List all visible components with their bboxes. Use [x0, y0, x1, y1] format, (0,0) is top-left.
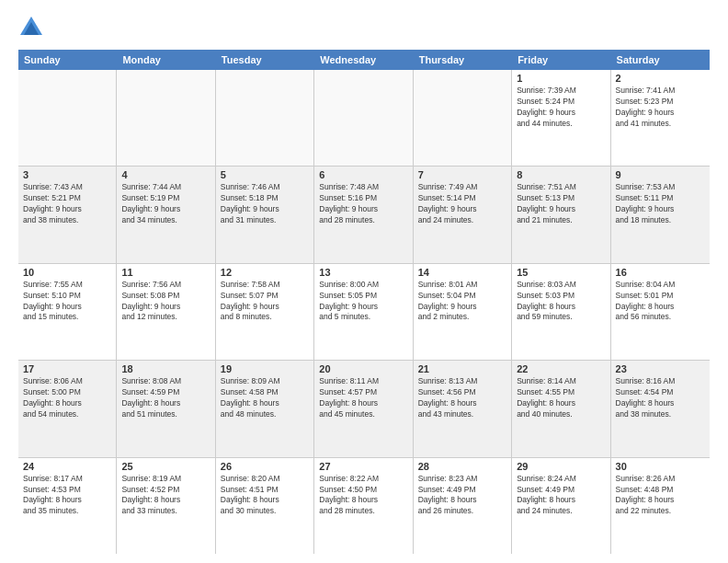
cal-cell-empty-0-4 — [414, 70, 512, 166]
logo-icon — [18, 15, 44, 40]
header-day-saturday: Saturday — [611, 50, 710, 70]
day-number: 13 — [319, 267, 407, 278]
header — [18, 15, 710, 40]
page: SundayMondayTuesdayWednesdayThursdayFrid… — [0, 0, 728, 563]
day-info: Sunrise: 8:11 AMSunset: 4:57 PMDaylight:… — [319, 376, 407, 420]
day-info: Sunrise: 7:49 AMSunset: 5:14 PMDaylight:… — [418, 182, 506, 226]
day-number: 1 — [517, 73, 605, 84]
header-day-friday: Friday — [512, 50, 610, 70]
day-number: 10 — [23, 267, 111, 278]
day-number: 28 — [418, 461, 506, 472]
cal-cell-22: 22Sunrise: 8:14 AMSunset: 4:55 PMDayligh… — [512, 361, 610, 456]
day-info: Sunrise: 8:17 AMSunset: 4:53 PMDaylight:… — [23, 474, 111, 518]
cal-cell-16: 16Sunrise: 8:04 AMSunset: 5:01 PMDayligh… — [611, 264, 710, 360]
day-number: 29 — [517, 461, 605, 472]
calendar-row-4: 24Sunrise: 8:17 AMSunset: 4:53 PMDayligh… — [18, 458, 710, 554]
cal-cell-30: 30Sunrise: 8:26 AMSunset: 4:48 PMDayligh… — [611, 458, 710, 554]
cal-cell-21: 21Sunrise: 8:13 AMSunset: 4:56 PMDayligh… — [414, 361, 512, 456]
day-number: 5 — [221, 169, 309, 180]
header-day-sunday: Sunday — [18, 50, 117, 70]
day-info: Sunrise: 7:58 AMSunset: 5:07 PMDaylight:… — [221, 280, 309, 324]
day-number: 11 — [121, 267, 210, 278]
header-day-tuesday: Tuesday — [216, 50, 314, 70]
day-info: Sunrise: 7:44 AMSunset: 5:19 PMDaylight:… — [121, 182, 210, 226]
day-info: Sunrise: 8:03 AMSunset: 5:03 PMDaylight:… — [517, 280, 605, 324]
day-info: Sunrise: 8:09 AMSunset: 4:58 PMDaylight:… — [221, 376, 309, 420]
cal-cell-19: 19Sunrise: 8:09 AMSunset: 4:58 PMDayligh… — [216, 361, 314, 456]
cal-cell-4: 4Sunrise: 7:44 AMSunset: 5:19 PMDaylight… — [117, 167, 215, 262]
day-number: 7 — [418, 169, 506, 180]
day-info: Sunrise: 8:14 AMSunset: 4:55 PMDaylight:… — [517, 376, 605, 420]
cal-cell-1: 1Sunrise: 7:39 AMSunset: 5:24 PMDaylight… — [512, 70, 610, 166]
day-info: Sunrise: 7:41 AMSunset: 5:23 PMDaylight:… — [616, 86, 705, 130]
cal-cell-2: 2Sunrise: 7:41 AMSunset: 5:23 PMDaylight… — [611, 70, 710, 166]
calendar-row-0: 1Sunrise: 7:39 AMSunset: 5:24 PMDaylight… — [18, 70, 710, 167]
day-number: 6 — [319, 169, 407, 180]
cal-cell-11: 11Sunrise: 7:56 AMSunset: 5:08 PMDayligh… — [117, 264, 215, 360]
day-number: 18 — [121, 363, 210, 374]
header-day-thursday: Thursday — [414, 50, 512, 70]
cal-cell-17: 17Sunrise: 8:06 AMSunset: 5:00 PMDayligh… — [18, 361, 117, 456]
day-info: Sunrise: 8:26 AMSunset: 4:48 PMDaylight:… — [616, 474, 705, 518]
day-info: Sunrise: 8:13 AMSunset: 4:56 PMDaylight:… — [418, 376, 506, 420]
cal-cell-empty-0-3 — [314, 70, 413, 166]
day-number: 30 — [616, 461, 705, 472]
day-number: 4 — [121, 169, 210, 180]
cal-cell-25: 25Sunrise: 8:19 AMSunset: 4:52 PMDayligh… — [117, 458, 215, 554]
cal-cell-24: 24Sunrise: 8:17 AMSunset: 4:53 PMDayligh… — [18, 458, 117, 554]
calendar-row-3: 17Sunrise: 8:06 AMSunset: 5:00 PMDayligh… — [18, 361, 710, 457]
day-number: 3 — [23, 169, 111, 180]
day-info: Sunrise: 7:53 AMSunset: 5:11 PMDaylight:… — [616, 182, 705, 226]
cal-cell-12: 12Sunrise: 7:58 AMSunset: 5:07 PMDayligh… — [216, 264, 314, 360]
day-info: Sunrise: 7:43 AMSunset: 5:21 PMDaylight:… — [23, 182, 111, 226]
cal-cell-15: 15Sunrise: 8:03 AMSunset: 5:03 PMDayligh… — [512, 264, 610, 360]
cal-cell-empty-0-2 — [216, 70, 314, 166]
cal-cell-8: 8Sunrise: 7:51 AMSunset: 5:13 PMDaylight… — [512, 167, 610, 262]
day-number: 22 — [517, 363, 605, 374]
calendar-header: SundayMondayTuesdayWednesdayThursdayFrid… — [18, 50, 710, 70]
day-number: 12 — [221, 267, 309, 278]
day-info: Sunrise: 7:55 AMSunset: 5:10 PMDaylight:… — [23, 280, 111, 324]
day-number: 19 — [221, 363, 309, 374]
cal-cell-13: 13Sunrise: 8:00 AMSunset: 5:05 PMDayligh… — [314, 264, 413, 360]
day-number: 15 — [517, 267, 605, 278]
cal-cell-29: 29Sunrise: 8:24 AMSunset: 4:49 PMDayligh… — [512, 458, 610, 554]
calendar: SundayMondayTuesdayWednesdayThursdayFrid… — [18, 50, 710, 554]
day-info: Sunrise: 8:22 AMSunset: 4:50 PMDaylight:… — [319, 474, 407, 518]
day-number: 14 — [418, 267, 506, 278]
header-day-wednesday: Wednesday — [314, 50, 413, 70]
day-number: 8 — [517, 169, 605, 180]
day-info: Sunrise: 8:16 AMSunset: 4:54 PMDaylight:… — [616, 376, 705, 420]
cal-cell-6: 6Sunrise: 7:48 AMSunset: 5:16 PMDaylight… — [314, 167, 413, 262]
day-info: Sunrise: 8:00 AMSunset: 5:05 PMDaylight:… — [319, 280, 407, 324]
cal-cell-26: 26Sunrise: 8:20 AMSunset: 4:51 PMDayligh… — [216, 458, 314, 554]
cal-cell-20: 20Sunrise: 8:11 AMSunset: 4:57 PMDayligh… — [314, 361, 413, 456]
day-number: 17 — [23, 363, 111, 374]
day-info: Sunrise: 8:24 AMSunset: 4:49 PMDaylight:… — [517, 474, 605, 518]
cal-cell-18: 18Sunrise: 8:08 AMSunset: 4:59 PMDayligh… — [117, 361, 215, 456]
day-number: 26 — [221, 461, 309, 472]
cal-cell-5: 5Sunrise: 7:46 AMSunset: 5:18 PMDaylight… — [216, 167, 314, 262]
day-info: Sunrise: 8:19 AMSunset: 4:52 PMDaylight:… — [121, 474, 210, 518]
day-info: Sunrise: 8:01 AMSunset: 5:04 PMDaylight:… — [418, 280, 506, 324]
calendar-row-2: 10Sunrise: 7:55 AMSunset: 5:10 PMDayligh… — [18, 264, 710, 361]
cal-cell-empty-0-0 — [18, 70, 117, 166]
day-info: Sunrise: 7:56 AMSunset: 5:08 PMDaylight:… — [121, 280, 210, 324]
cal-cell-10: 10Sunrise: 7:55 AMSunset: 5:10 PMDayligh… — [18, 264, 117, 360]
day-info: Sunrise: 7:48 AMSunset: 5:16 PMDaylight:… — [319, 182, 407, 226]
day-info: Sunrise: 7:51 AMSunset: 5:13 PMDaylight:… — [517, 182, 605, 226]
day-number: 20 — [319, 363, 407, 374]
cal-cell-14: 14Sunrise: 8:01 AMSunset: 5:04 PMDayligh… — [414, 264, 512, 360]
day-number: 16 — [616, 267, 705, 278]
day-info: Sunrise: 8:08 AMSunset: 4:59 PMDaylight:… — [121, 376, 210, 420]
day-info: Sunrise: 8:23 AMSunset: 4:49 PMDaylight:… — [418, 474, 506, 518]
day-info: Sunrise: 8:06 AMSunset: 5:00 PMDaylight:… — [23, 376, 111, 420]
cal-cell-empty-0-1 — [117, 70, 215, 166]
cal-cell-7: 7Sunrise: 7:49 AMSunset: 5:14 PMDaylight… — [414, 167, 512, 262]
day-number: 25 — [121, 461, 210, 472]
cal-cell-3: 3Sunrise: 7:43 AMSunset: 5:21 PMDaylight… — [18, 167, 117, 262]
calendar-row-1: 3Sunrise: 7:43 AMSunset: 5:21 PMDaylight… — [18, 167, 710, 263]
day-number: 23 — [616, 363, 705, 374]
day-info: Sunrise: 8:20 AMSunset: 4:51 PMDaylight:… — [221, 474, 309, 518]
calendar-body: 1Sunrise: 7:39 AMSunset: 5:24 PMDaylight… — [18, 70, 710, 554]
